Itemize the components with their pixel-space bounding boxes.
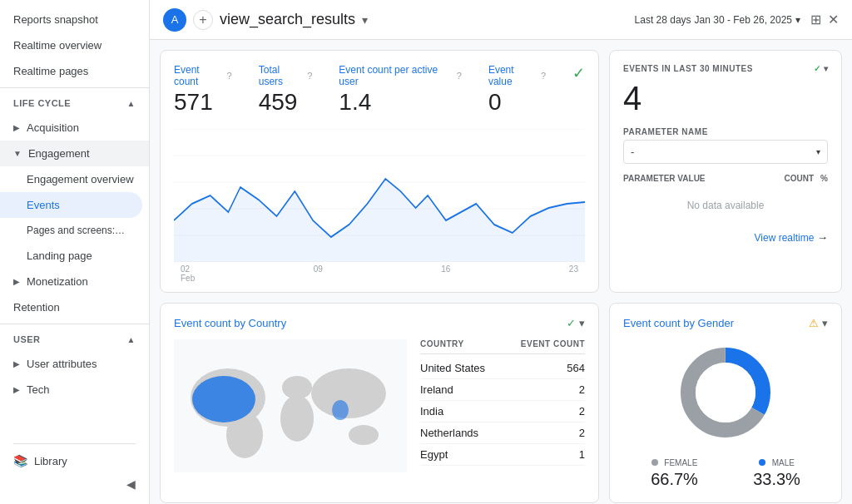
view-realtime-link[interactable]: View realtime → — [623, 231, 828, 244]
event-count-per-user-value: 1.4 — [339, 89, 462, 116]
sidebar-item-engagement[interactable]: ▼ Engagement — [0, 141, 149, 166]
sidebar-footer: 📚 Library ◀ — [0, 433, 149, 504]
sidebar-item-label: Engagement overview — [27, 173, 134, 185]
chart-x-axis: 02Feb 09 16 23 — [174, 264, 585, 283]
parameter-value-header: Parameter value Count % — [623, 174, 828, 183]
add-event-button[interactable]: + — [193, 10, 213, 30]
gender-card: Event count by Gender ⚠ ▾ — [609, 303, 842, 503]
lifecycle-section-header[interactable]: Life cycle ▲ — [0, 91, 149, 115]
expand-icon: ▼ — [13, 149, 22, 158]
parameter-name-dropdown[interactable]: - ▾ — [623, 140, 828, 164]
sidebar-item-realtime-overview[interactable]: Realtime overview — [0, 32, 149, 58]
map-card: Event count by Country ✓ ▾ — [160, 303, 599, 503]
events-header-label: Events in last 30 minutes — [623, 64, 753, 73]
map-svg — [174, 339, 407, 472]
events-card: Events in last 30 minutes ✓ ▾ 4 Paramete… — [609, 50, 842, 293]
map-content: Country Event count United States 564 Ir… — [174, 339, 585, 475]
map-title: Event count by Country ✓ ▾ — [174, 317, 585, 329]
sidebar-item-acquisition[interactable]: ▶ Acquisition — [0, 115, 149, 141]
gender-warning-icon: ⚠ — [809, 317, 819, 329]
event-value-label: Event value ? — [488, 64, 546, 87]
country-name: Netherlands — [420, 427, 478, 439]
sidebar-item-label: Tech — [27, 383, 49, 396]
map-dropdown-icon[interactable]: ▾ — [579, 317, 585, 329]
sidebar-divider-3 — [13, 443, 136, 444]
event-per-user-info-icon[interactable]: ? — [457, 71, 462, 81]
event-value-info-icon[interactable]: ? — [541, 71, 546, 81]
sidebar-item-landing-page[interactable]: Landing page — [0, 243, 149, 269]
table-row: Ireland 2 — [420, 379, 585, 401]
events-check-icon: ✓ — [814, 64, 821, 73]
events-dropdown-icon[interactable]: ▾ — [824, 64, 829, 73]
parameter-name-label: Parameter name — [623, 127, 828, 136]
sidebar-item-label: Pages and screens: Page p... — [27, 225, 126, 236]
metric-event-value: Event value ? 0 — [488, 64, 546, 116]
parameter-name-value: - — [631, 146, 634, 158]
sidebar-item-label: User attributes — [27, 358, 97, 370]
expand-icon: ▶ — [13, 123, 20, 132]
collapse-sidebar-icon[interactable]: ◀ — [126, 477, 136, 491]
metric-total-users: Total users ? 459 — [259, 64, 313, 116]
total-users-info-icon[interactable]: ? — [307, 71, 312, 81]
sidebar-item-realtime-pages[interactable]: Realtime pages — [0, 58, 149, 84]
legend-male: Male 33.3% — [753, 456, 800, 489]
female-dot — [651, 459, 658, 466]
gender-dropdown-icon[interactable]: ▾ — [822, 317, 828, 329]
x-label-4: 23 — [569, 264, 578, 283]
event-dropdown-icon[interactable]: ▾ — [362, 13, 368, 27]
table-row: Egypt 1 — [420, 444, 585, 466]
country-name: United States — [420, 362, 485, 374]
user-section-header[interactable]: User ▲ — [0, 328, 149, 351]
count-label: Count — [785, 174, 815, 183]
country-count: 2 — [579, 427, 585, 439]
sidebar-item-library[interactable]: 📚 Library — [13, 447, 136, 474]
expand-icon: ▶ — [13, 277, 20, 286]
view-realtime-anchor[interactable]: View realtime — [755, 232, 815, 244]
comparison-icon[interactable]: ⊞ — [810, 12, 821, 27]
sidebar-item-tech[interactable]: ▶ Tech — [0, 377, 149, 403]
parameter-name-section: Parameter name - ▾ — [623, 127, 828, 164]
event-count-per-user-label: Event count per active user ? — [339, 64, 462, 87]
x-label-2: 09 — [314, 264, 323, 283]
donut-chart-container — [623, 343, 828, 442]
country-col-header: Country — [420, 339, 464, 348]
event-count-label: Event count ? — [174, 64, 232, 87]
male-value: 33.3% — [753, 470, 800, 489]
sidebar: Reports snapshot Realtime overview Realt… — [0, 0, 150, 504]
main-content: A + view_search_results ▾ Last 28 days J… — [150, 0, 852, 504]
country-name: India — [420, 405, 443, 418]
svg-point-14 — [332, 400, 349, 420]
map-icons: ✓ ▾ — [567, 317, 585, 329]
metrics-row: Event count ? 571 Total users ? 459 Even… — [174, 64, 585, 116]
no-data-message: No data available — [623, 186, 828, 225]
metrics-check-icon: ✓ — [572, 64, 585, 116]
topbar: A + view_search_results ▾ Last 28 days J… — [150, 0, 852, 40]
country-count: 2 — [579, 383, 585, 396]
event-count-col-header: Event count — [521, 339, 585, 348]
topbar-right: Last 28 days Jan 30 - Feb 26, 2025 ▾ ⊞ ✕ — [635, 12, 839, 27]
sidebar-divider-2 — [0, 324, 149, 324]
table-row: India 2 — [420, 401, 585, 422]
sidebar-item-pages-screens[interactable]: Pages and screens: Page p... — [0, 218, 149, 243]
date-range-value: Jan 30 - Feb 26, 2025 — [695, 14, 792, 26]
gender-title-text: Event count by Gender — [623, 317, 734, 329]
country-name: Egypt — [420, 448, 448, 461]
male-dot — [759, 459, 765, 466]
sidebar-item-retention[interactable]: Retention — [0, 294, 149, 320]
parameter-value-label: Parameter value — [623, 174, 706, 183]
table-row: Netherlands 2 — [420, 422, 585, 444]
percent-label: % — [820, 174, 828, 183]
event-count-info-icon[interactable]: ? — [227, 71, 232, 81]
date-range-selector[interactable]: Last 28 days Jan 30 - Feb 26, 2025 ▾ — [635, 14, 800, 26]
sidebar-item-reports-snapshot[interactable]: Reports snapshot — [0, 7, 149, 32]
sidebar-item-events[interactable]: Events — [0, 192, 142, 218]
sidebar-item-monetization[interactable]: ▶ Monetization — [0, 269, 149, 294]
sidebar-item-engagement-overview[interactable]: Engagement overview — [0, 166, 149, 192]
settings-icon[interactable]: ✕ — [828, 12, 839, 27]
content-grid: Event count ? 571 Total users ? 459 Even… — [150, 40, 852, 504]
svg-point-12 — [349, 425, 379, 445]
sidebar-item-user-attributes[interactable]: ▶ User attributes — [0, 351, 149, 377]
sidebar-item-label: Retention — [13, 301, 60, 314]
event-value-value: 0 — [488, 89, 546, 116]
library-icon: 📚 — [13, 454, 27, 467]
